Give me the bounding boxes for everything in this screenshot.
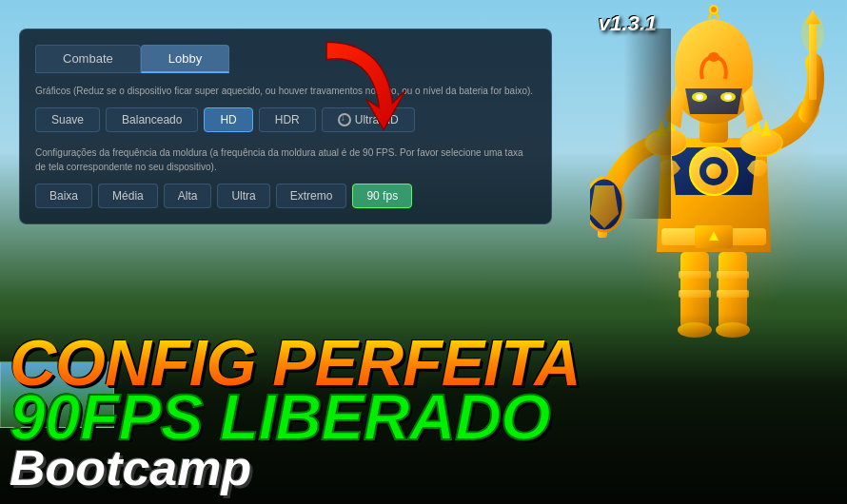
- svg-point-30: [696, 94, 703, 100]
- svg-point-27: [708, 52, 719, 62]
- svg-rect-4: [717, 271, 749, 279]
- uhd-icon: [338, 113, 351, 126]
- graphics-description: Gráficos (Reduz se o dispositivo ficar s…: [35, 85, 536, 98]
- quality-balanceado[interactable]: Balanceado: [106, 107, 198, 132]
- quality-ultra-hd[interactable]: Ultra HD: [322, 107, 415, 132]
- fps-baixa[interactable]: Baixa: [35, 184, 92, 208]
- fps-media[interactable]: Média: [98, 184, 158, 208]
- quality-hdr[interactable]: HDR: [259, 107, 316, 132]
- fps-90[interactable]: 90 fps: [352, 184, 412, 208]
- tabs-row: Combate Lobby: [35, 45, 536, 73]
- fps-ultra[interactable]: Ultra: [217, 184, 269, 208]
- tab-lobby[interactable]: Lobby: [141, 45, 229, 73]
- svg-point-20: [740, 129, 782, 156]
- tab-combat[interactable]: Combate: [35, 45, 141, 73]
- svg-rect-6: [717, 290, 749, 298]
- svg-rect-3: [679, 271, 711, 279]
- quality-hd[interactable]: HD: [204, 107, 252, 132]
- bootcamp-text: Bootcamp: [10, 439, 251, 496]
- svg-rect-5: [679, 290, 711, 298]
- tab-lobby-label: Lobby: [168, 51, 202, 66]
- fps-extremo[interactable]: Extremo: [276, 184, 347, 208]
- settings-panel: Combate Lobby Gráficos (Reduz se o dispo…: [19, 29, 552, 224]
- svg-point-11: [706, 164, 721, 179]
- frequency-description: Configurações da frequência da moldura (…: [35, 145, 536, 174]
- character-figure: [581, 0, 847, 361]
- quality-suave[interactable]: Suave: [35, 107, 100, 132]
- svg-point-31: [724, 94, 732, 100]
- fps-alta[interactable]: Alta: [164, 184, 212, 208]
- panel-cutoff: [623, 29, 671, 219]
- svg-point-18: [801, 14, 824, 52]
- tab-combat-label: Combate: [63, 51, 113, 66]
- svg-point-33: [711, 7, 717, 12]
- quality-options: Suave Balanceado HD HDR Ultra HD: [35, 107, 536, 132]
- fps-options: Baixa Média Alta Ultra Extremo 90 fps: [35, 184, 536, 208]
